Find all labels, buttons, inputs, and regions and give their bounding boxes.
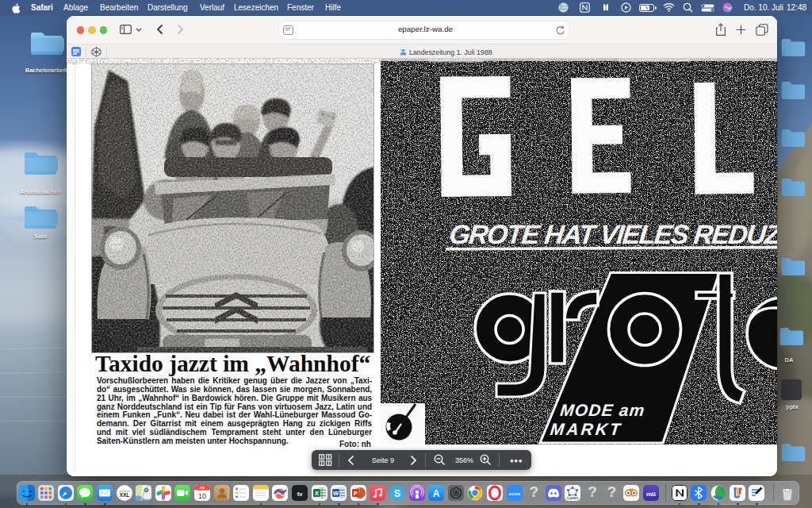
svg-text:X: X xyxy=(315,490,319,497)
svg-text:10: 10 xyxy=(198,492,206,500)
svg-text:JUL: JUL xyxy=(199,487,205,490)
svg-text:CLASSIC: CLASSIC xyxy=(567,497,579,500)
svg-text:S: S xyxy=(394,488,400,499)
svg-text:MODE am: MODE am xyxy=(559,401,645,419)
svg-text:GROTE HAT VIELES REDUZIER: GROTE HAT VIELES REDUZIER xyxy=(448,219,777,249)
svg-text:P: P xyxy=(354,490,358,497)
svg-text:A: A xyxy=(433,488,440,499)
svg-text:MARKT: MARKT xyxy=(550,420,623,438)
svg-text:W: W xyxy=(333,490,339,497)
svg-text:zoom: zoom xyxy=(508,491,519,496)
svg-text:XXL: XXL xyxy=(119,492,129,498)
svg-text:mü: mü xyxy=(646,491,656,498)
svg-text:tv: tv xyxy=(297,491,303,498)
